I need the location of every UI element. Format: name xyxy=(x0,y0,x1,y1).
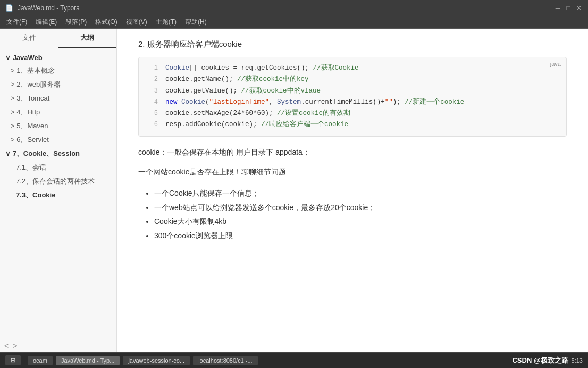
window-controls[interactable]: ─ □ ✕ xyxy=(554,4,583,12)
tab-outline[interactable]: 大纲 xyxy=(58,29,117,48)
taskbar-typora[interactable]: JavaWeb.md - Typ... xyxy=(56,356,120,365)
taskbar-ocam[interactable]: ocam xyxy=(28,356,53,365)
menu-view[interactable]: 视图(V) xyxy=(122,16,152,28)
sidebar-item-3[interactable]: > 3、Tomcat xyxy=(0,91,116,105)
sidebar-nav: ∨ JavaWeb > 1、基本概念 > 2、web服务器 > 3、Tomcat… xyxy=(0,48,116,339)
sidebar-nav-arrows: < > xyxy=(0,339,116,352)
nav-next-arrow[interactable]: > xyxy=(13,341,17,350)
close-button[interactable]: ✕ xyxy=(575,4,583,12)
question-title: 一个网站cookie是否存在上限！聊聊细节问题 xyxy=(138,166,567,179)
bullet-list: 一个Cookie只能保存一个信息； 一个web站点可以给浏览器发送多个cooki… xyxy=(149,186,567,242)
code-content-6: resp.addCookie(cookie); //响应给客户端一个cookie xyxy=(165,119,348,130)
bullet-item-2: 一个web站点可以给浏览器发送多个cookie，最多存放20个cookie； xyxy=(154,200,567,215)
maximize-button[interactable]: □ xyxy=(565,4,572,12)
menu-edit[interactable]: 编辑(E) xyxy=(31,16,61,28)
sidebar-item-4[interactable]: > 4、Http xyxy=(0,105,116,119)
code-line-5: 5 cookie.setMaxAge(24*60*60); //设置cookie… xyxy=(139,108,566,119)
code-language-badge: java xyxy=(550,61,561,67)
menu-file[interactable]: 文件(F) xyxy=(2,16,31,28)
sidebar-item-6[interactable]: > 6、Servlet xyxy=(0,133,116,147)
code-content-1: Cookie[] cookies = req.getCookies(); //获… xyxy=(165,63,359,74)
line-number-4: 4 xyxy=(146,97,158,107)
line-number-6: 6 xyxy=(146,119,158,130)
line-number-5: 5 xyxy=(146,108,158,119)
title-bar: 📄 JavaWeb.md - Typora ─ □ ✕ xyxy=(0,0,588,16)
taskbar-right: CSDN @极致之路 5:13 xyxy=(512,356,583,365)
csdn-watermark: CSDN @极致之路 xyxy=(512,356,568,365)
sidebar-item-7-2[interactable]: 7.2、保存会话的两种技术 xyxy=(0,174,116,188)
sidebar-item-7[interactable]: ∨ 7、Cookie、Session xyxy=(0,147,116,161)
taskbar-session[interactable]: javaweb-session-co... xyxy=(123,356,190,365)
minimize-button[interactable]: ─ xyxy=(554,4,561,12)
taskbar-browser[interactable]: localhost:8080/c1 -... xyxy=(193,356,258,365)
code-content-5: cookie.setMaxAge(24*60*60); //设置cookie的有… xyxy=(165,108,350,119)
code-line-6: 6 resp.addCookie(cookie); //响应给客户端一个cook… xyxy=(139,119,566,130)
tab-file[interactable]: 文件 xyxy=(0,29,58,48)
server-response-title: 2. 服务器响应给客户端cookie xyxy=(138,39,567,49)
sidebar: 文件 大纲 ∨ JavaWeb > 1、基本概念 > 2、web服务器 > 3、… xyxy=(0,29,117,352)
taskbar-time: 5:13 xyxy=(572,357,583,364)
sidebar-item-2[interactable]: > 2、web服务器 xyxy=(0,78,116,91)
bullet-item-3: Cookie大小有限制4kb xyxy=(154,214,567,229)
local-storage-note: cookie：一般会保存在本地的 用户目录下 appdata； xyxy=(138,146,567,159)
line-number-2: 2 xyxy=(146,74,158,85)
taskbar-start[interactable]: ⊞ xyxy=(5,355,21,365)
code-block: java 1 Cookie[] cookies = req.getCookies… xyxy=(138,57,567,137)
sidebar-item-7-1[interactable]: 7.1、会话 xyxy=(0,161,116,174)
menu-help[interactable]: 帮助(H) xyxy=(181,16,211,28)
line-number-3: 3 xyxy=(146,86,158,96)
code-content-3: cookie.getValue(); //获取cookie中的vlaue xyxy=(165,86,321,97)
sidebar-item-javaweb[interactable]: ∨ JavaWeb xyxy=(0,52,116,64)
code-content-2: cookie.getName(); //获取cookie中的key xyxy=(165,74,309,85)
line-number-1: 1 xyxy=(146,63,158,73)
app-icon: 📄 xyxy=(5,4,13,12)
code-line-3: 3 cookie.getValue(); //获取cookie中的vlaue xyxy=(139,86,566,97)
taskbar: ⊞ ocam JavaWeb.md - Typ... javaweb-sessi… xyxy=(0,352,588,368)
sidebar-item-7-3[interactable]: 7.3、Cookie xyxy=(0,188,116,202)
window-title: JavaWeb.md - Typora xyxy=(18,4,80,12)
sidebar-item-1[interactable]: > 1、基本概念 xyxy=(0,64,116,78)
content-area: 2. 服务器响应给客户端cookie java 1 Cookie[] cooki… xyxy=(117,29,588,352)
code-line-2: 2 cookie.getName(); //获取cookie中的key xyxy=(139,74,566,85)
bullet-item-1: 一个Cookie只能保存一个信息； xyxy=(154,186,567,200)
main-layout: 文件 大纲 ∨ JavaWeb > 1、基本概念 > 2、web服务器 > 3、… xyxy=(0,29,588,352)
taskbar-separator-1 xyxy=(24,356,24,365)
bullet-item-4: 300个cookie浏览器上限 xyxy=(154,229,567,243)
code-line-1: 1 Cookie[] cookies = req.getCookies(); /… xyxy=(139,63,566,74)
code-line-4: 4 new Cookie("lastLoginTime", System.cur… xyxy=(139,97,566,108)
menu-bar: 文件(F) 编辑(E) 段落(P) 格式(O) 视图(V) 主题(T) 帮助(H… xyxy=(0,16,588,29)
nav-prev-arrow[interactable]: < xyxy=(4,341,9,350)
menu-paragraph[interactable]: 段落(P) xyxy=(61,16,91,28)
sidebar-item-5[interactable]: > 5、Maven xyxy=(0,119,116,133)
code-content-4: new Cookie("lastLoginTime", System.curre… xyxy=(165,97,464,108)
menu-theme[interactable]: 主题(T) xyxy=(152,16,181,28)
menu-format[interactable]: 格式(O) xyxy=(91,16,121,28)
sidebar-tabs: 文件 大纲 xyxy=(0,29,116,48)
